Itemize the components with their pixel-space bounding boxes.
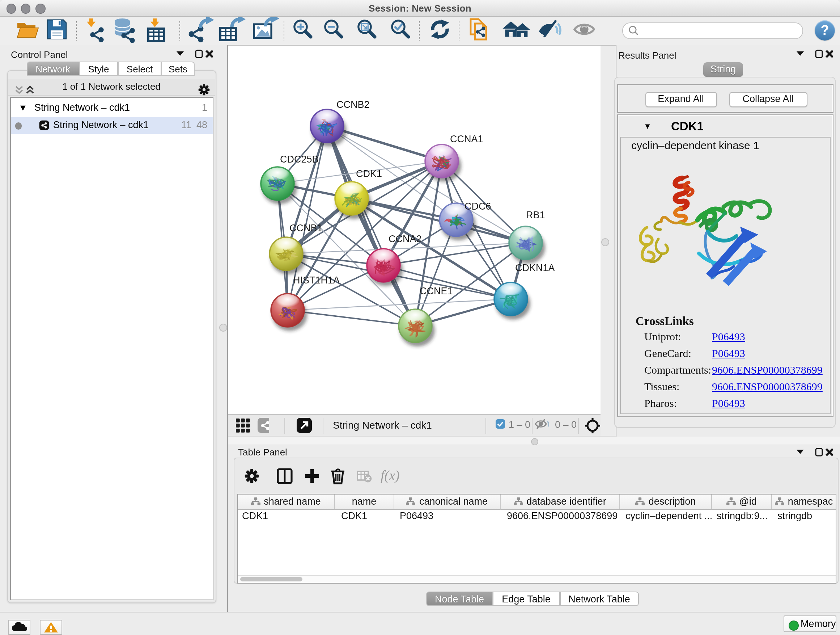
svg-text:CCNB2: CCNB2 bbox=[336, 99, 370, 110]
svg-text:CDC6: CDC6 bbox=[464, 201, 491, 212]
svg-text:RB1: RB1 bbox=[526, 210, 545, 220]
svg-text:CCNE1: CCNE1 bbox=[420, 286, 453, 296]
svg-text:CDK1: CDK1 bbox=[356, 168, 382, 179]
svg-text:CCNB1: CCNB1 bbox=[289, 223, 323, 233]
svg-text:CDKN1A: CDKN1A bbox=[515, 263, 555, 273]
svg-text:CCNA2: CCNA2 bbox=[388, 233, 422, 244]
svg-text:CCNA1: CCNA1 bbox=[450, 134, 483, 144]
svg-text:f(x): f(x) bbox=[380, 468, 399, 483]
svg-text:HIST1H1A: HIST1H1A bbox=[293, 275, 340, 286]
svg-text:CDC25B: CDC25B bbox=[280, 154, 319, 165]
